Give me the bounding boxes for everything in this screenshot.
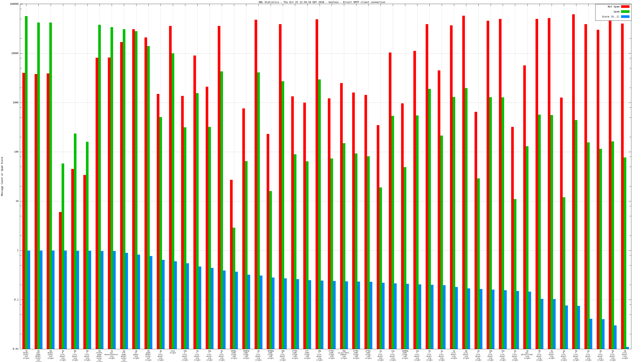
bar-not-spam [352,92,355,349]
bar-score-0-1 [431,285,434,349]
y-minor-tick-right [630,137,631,137]
bar-score-0-1 [150,256,152,349]
bar-spam [489,97,492,349]
bar-spam [526,146,528,349]
bar-not-spam [157,94,160,349]
y-minor-tick-right [630,285,631,285]
bar-score-0-1 [333,281,336,349]
x-tick-top [466,4,466,6]
legend-score-swatch [621,15,630,18]
rbl-statistics-chart: RBL Statistics - Thu Oct 25 12:59:34 EDT… [0,0,644,362]
x-tick-top [38,4,39,6]
bar-score-0-1 [480,289,482,349]
bar-score-0-1 [260,276,262,349]
x-tick-top [136,4,136,6]
x-tick-top [124,4,124,6]
y-tick-label: 100 [1,150,18,153]
y-major-tick-left [20,4,23,4]
y-minor-tick-left [20,305,22,305]
bar-score-0-1 [113,251,116,349]
bar-not-spam [462,16,465,349]
bar-spam [599,149,602,349]
x-tick-top [527,4,528,6]
bar-score-0-1 [565,306,568,349]
bar-not-spam [254,20,257,349]
bar-spam [502,97,504,349]
bar-not-spam [83,175,86,349]
x-tick-top [344,4,344,6]
chart-title: RBL Statistics - Thu Oct 25 12:59:34 EDT… [0,1,644,3]
bar-spam [612,141,614,349]
bar-spam [465,88,468,349]
y-minor-tick-right [630,315,631,315]
bar-spam [257,72,260,349]
y-minor-tick-right [630,265,631,266]
bar-not-spam [377,125,379,349]
x-tick-top [51,4,51,6]
bar-spam [135,31,138,349]
y-tick-label: 1000 [1,101,18,104]
bar-not-spam [597,30,599,349]
bar-not-spam [560,97,563,349]
y-minor-tick-left [20,186,22,186]
bar-score-0-1 [528,292,531,349]
bar-not-spam [536,19,538,349]
y-minor-tick-left [20,157,22,157]
x-tick-top [234,4,234,6]
legend-score: Score (0..1) [595,15,631,18]
x-tick-top [148,4,149,6]
x-tick-top [320,4,320,6]
x-tick-top [222,4,222,6]
bar-spam [477,178,480,349]
x-tick-top [588,4,588,6]
bar-score-0-1 [272,278,274,349]
bar-spam [37,22,40,349]
x-tick-top [454,4,454,6]
bar-score-0-1 [578,306,580,349]
bar-spam [208,127,211,349]
bar-spam [98,25,101,349]
y-minor-tick-left [20,206,22,206]
bar-score-0-1 [590,319,592,349]
bar-spam [624,157,626,349]
bar-score-0-1 [382,283,384,349]
y-minor-tick-right [630,38,631,39]
bar-spam [160,117,162,349]
bar-not-spam [291,96,294,349]
x-axis-label: 2@ list. dnswl. org origin [616,350,634,359]
x-tick-top [503,4,503,6]
bar-spam [318,79,321,349]
bar-score-0-1 [492,290,494,349]
x-tick-top [295,4,295,6]
bar-score-0-1 [394,283,397,349]
bar-spam [440,136,443,349]
y-tick-label: 0.01 [1,348,18,350]
x-tick-top [197,4,198,6]
legend-spam: Spam [595,10,631,13]
y-tick-label: 100000 [1,2,18,5]
bar-not-spam [450,25,452,349]
x-tick-top [307,4,308,6]
bar-score-0-1 [28,251,30,349]
bar-spam [49,22,52,349]
bar-not-spam [474,112,477,349]
y-minor-tick-left [20,315,22,315]
bar-score-0-1 [406,284,409,349]
x-tick-top [368,4,369,6]
x-tick-top [75,4,75,6]
x-tick-top [271,4,271,6]
bar-spam [538,115,541,349]
bar-spam [330,158,333,349]
x-tick-top [63,4,63,6]
legend-not-spam: Not Spam [595,5,631,8]
legend-score-label: Score (0..1) [602,15,620,18]
bar-score-0-1 [76,251,79,349]
x-tick-top [283,4,283,6]
y-minor-tick-right [630,206,631,206]
bar-not-spam [181,96,184,349]
bar-spam [343,143,345,349]
x-tick-top [100,4,100,6]
x-tick-top [430,4,430,6]
bar-not-spam [267,134,269,349]
bar-not-spam [328,98,330,349]
